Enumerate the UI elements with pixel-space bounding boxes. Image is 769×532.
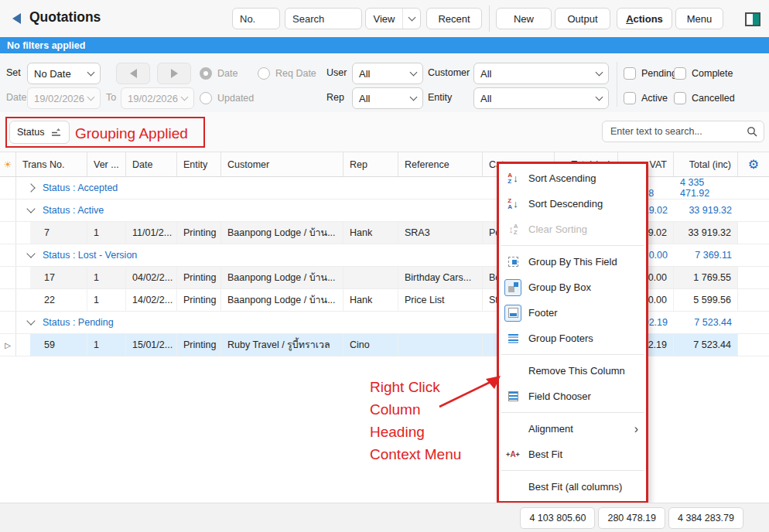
- group-row-label: Status : Active: [43, 205, 104, 216]
- footer-total-0: 4 103 805.60: [520, 507, 595, 529]
- customer-label: Customer: [428, 67, 470, 78]
- grid-search-input[interactable]: [609, 125, 742, 138]
- menu-item-group-by-box[interactable]: Group By Box: [499, 275, 646, 300]
- checkbox-icon: [624, 67, 636, 80]
- column-context-menu: AZ↓ Sort Ascending ZA↓ Sort Descending ↕…: [499, 164, 646, 501]
- chevron-down-icon[interactable]: [402, 9, 420, 29]
- menu-item-field-chooser[interactable]: Field Chooser: [499, 384, 646, 409]
- no-input[interactable]: [232, 8, 280, 29]
- footer-total-2: 4 384 283.79: [668, 507, 743, 529]
- menu-item-best-fit[interactable]: +A+ Best Fit: [499, 442, 646, 467]
- cell-customer: Baanpong Lodge / บ้าน...: [221, 289, 343, 311]
- checkbox-icon: [624, 92, 636, 104]
- entity-dropdown[interactable]: All: [473, 87, 609, 109]
- group-row[interactable]: Status : Active 2 219.02 33 919.32: [0, 200, 769, 222]
- next-icon: [171, 69, 178, 78]
- context-menu-annotation-box: AZ↓ Sort Ascending ZA↓ Sort Descending ↕…: [497, 162, 648, 503]
- recent-button[interactable]: Recent: [426, 8, 482, 29]
- column-header-entity[interactable]: Entity: [177, 152, 221, 176]
- menu-item-group-by-this-field[interactable]: Group By This Field: [499, 249, 646, 275]
- menu-item-best-fit-all[interactable]: Best Fit (all columns): [499, 474, 646, 500]
- prev-button[interactable]: [116, 63, 150, 84]
- grid-search-box[interactable]: [602, 121, 764, 142]
- row-indicator-cell: [0, 222, 16, 244]
- cell-transNo: 17: [30, 267, 87, 288]
- date-label: Date: [6, 92, 26, 103]
- row-indicator-cell: [0, 200, 16, 221]
- chevron-down-icon: [596, 94, 603, 101]
- radio-date[interactable]: Date: [200, 67, 238, 80]
- radio-req-date[interactable]: Req Date: [258, 67, 316, 80]
- column-header-rep[interactable]: Rep: [343, 152, 398, 176]
- column-header-customer[interactable]: Customer: [221, 152, 343, 176]
- radio-icon: [258, 67, 270, 80]
- cell-totalInc: 1 769.55: [674, 267, 738, 288]
- split-view-icon[interactable]: [745, 12, 760, 26]
- grouping-annotation-text: Grouping Applied: [75, 122, 188, 145]
- search-input[interactable]: [285, 8, 362, 29]
- table-row[interactable]: 22114/02/2...PrintingBaanpong Lodge / บ้…: [0, 289, 769, 312]
- column-chooser-button[interactable]: ⚙: [738, 152, 769, 176]
- radio-icon: [200, 92, 212, 104]
- cell-customer: Baanpong Lodge / บ้าน...: [221, 267, 343, 288]
- chevron-down-icon: [87, 94, 95, 101]
- row-indicator-cell: [0, 289, 16, 311]
- table-row[interactable]: ▷ 59115/01/2...PrintingRuby Travel / รูบ…: [0, 334, 769, 356]
- menu-separator: [501, 412, 644, 413]
- back-icon[interactable]: [12, 13, 21, 24]
- column-header-ver[interactable]: Ver ...: [87, 152, 126, 176]
- checkbox-pending[interactable]: Pending: [624, 67, 677, 80]
- collapse-group-icon[interactable]: [26, 316, 35, 325]
- table-row[interactable]: 7111/01/2...PrintingBaanpong Lodge / บ้า…: [0, 222, 769, 244]
- group-row[interactable]: Status : Pending 492.19 7 523.44: [0, 312, 769, 334]
- date-set-dropdown[interactable]: No Date: [27, 63, 101, 84]
- cell-totalInc: 7 523.44: [674, 334, 738, 356]
- cell-ver: 1: [87, 289, 126, 311]
- menu-item-sort-ascending[interactable]: AZ↓ Sort Ascending: [499, 165, 646, 191]
- menu-item-group-footers[interactable]: Group Footers: [499, 326, 646, 351]
- menu-item-remove-this-column[interactable]: Remove This Column: [499, 358, 646, 384]
- rep-label: Rep: [326, 92, 344, 103]
- sort-descending-icon: ZA↓: [504, 196, 521, 213]
- group-row[interactable]: Status : Accepted 277 766.98 4 335 471.9…: [0, 177, 769, 200]
- column-header-date[interactable]: Date: [126, 152, 177, 176]
- cell-rep: Hank: [343, 222, 398, 244]
- sun-icon: ☀: [4, 159, 12, 170]
- to-label: To: [106, 92, 116, 103]
- checkbox-active[interactable]: Active: [624, 92, 668, 104]
- column-header-reference[interactable]: Reference: [398, 152, 483, 176]
- menu-item-footer[interactable]: Footer: [499, 300, 646, 326]
- column-header-transNo[interactable]: Trans No.: [16, 152, 87, 176]
- expand-group-icon[interactable]: [26, 183, 35, 192]
- menu-item-sort-descending[interactable]: ZA↓ Sort Descending: [499, 191, 646, 217]
- sort-ascending-icon: AZ↓: [504, 170, 521, 187]
- customer-dropdown[interactable]: All: [473, 63, 609, 84]
- group-row[interactable]: Status : Lost - Version 0.00 7 369.11: [0, 244, 769, 267]
- output-button[interactable]: Output: [555, 8, 610, 29]
- table-row[interactable]: 17104/02/2...PrintingBaanpong Lodge / บ้…: [0, 267, 769, 289]
- new-button[interactable]: New: [496, 8, 552, 29]
- checkbox-cancelled[interactable]: Cancelled: [674, 92, 735, 104]
- menu-item-alignment[interactable]: Alignment ›: [499, 416, 646, 442]
- grid-footer: 4 103 805.60280 478.194 384 283.79: [0, 503, 769, 532]
- menu-separator: [501, 470, 644, 471]
- checkbox-complete[interactable]: Complete: [674, 67, 733, 80]
- chevron-down-icon: [87, 69, 95, 77]
- radio-updated[interactable]: Updated: [200, 92, 254, 104]
- collapse-group-icon[interactable]: [26, 204, 35, 213]
- next-button[interactable]: [157, 63, 191, 84]
- actions-button[interactable]: Actions: [617, 8, 672, 29]
- collapse-group-icon[interactable]: [26, 249, 35, 257]
- menu-button[interactable]: Menu: [675, 8, 723, 29]
- view-dropdown[interactable]: View: [365, 8, 421, 29]
- group-row-label: Status : Accepted: [43, 182, 118, 193]
- entity-label: Entity: [428, 92, 452, 103]
- date-from-dropdown[interactable]: 19/02/2026: [27, 87, 101, 109]
- cell-rep: [343, 267, 398, 288]
- user-dropdown[interactable]: All: [352, 63, 423, 84]
- column-header-totalInc[interactable]: Total (inc): [674, 152, 738, 176]
- rep-dropdown[interactable]: All: [352, 87, 423, 109]
- group-row-label: Status : Lost - Version: [43, 250, 137, 261]
- filter-divider: [617, 62, 617, 107]
- date-to-dropdown[interactable]: 19/02/2026: [121, 87, 194, 109]
